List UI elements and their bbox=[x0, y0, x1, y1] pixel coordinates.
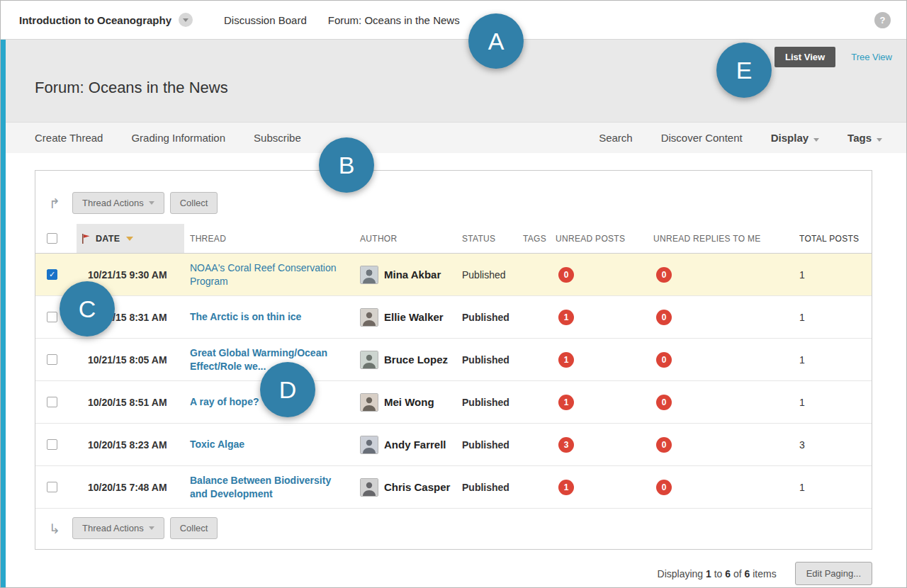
list-view-button[interactable]: List View bbox=[774, 47, 835, 67]
apply-to-selected-arrow-icon: ↳ bbox=[45, 521, 64, 536]
collect-button[interactable]: Collect bbox=[170, 517, 218, 539]
thread-actions-label: Thread Actions bbox=[82, 523, 144, 533]
thread-row: 10/21/15 9:30 AM NOAA's Coral Reef Conse… bbox=[35, 254, 872, 296]
tags-dropdown[interactable]: Tags bbox=[847, 132, 882, 144]
thread-status: Published bbox=[462, 354, 509, 366]
author-avatar bbox=[360, 308, 378, 327]
displaying-word: Displaying bbox=[658, 568, 704, 579]
display-dropdown-label: Display bbox=[771, 132, 809, 144]
collect-button[interactable]: Collect bbox=[170, 192, 218, 214]
action-bar-right: Search Discover Content Display Tags bbox=[599, 132, 882, 144]
thread-actions-button[interactable]: Thread Actions bbox=[72, 192, 164, 214]
range-start: 1 bbox=[706, 568, 711, 579]
thread-date: 10/21/15 8:05 AM bbox=[77, 354, 184, 366]
thread-row: 10/21/15 8:05 AM Great Global Warming/Oc… bbox=[35, 339, 872, 381]
column-header-unread-posts[interactable]: UNREAD POSTS bbox=[553, 234, 650, 244]
thread-link[interactable]: A ray of hope? bbox=[190, 395, 259, 409]
column-header-author[interactable]: AUTHOR bbox=[354, 234, 458, 244]
top-navigation-bar: Introduction to Oceanography Discussion … bbox=[1, 1, 906, 40]
course-menu-button[interactable] bbox=[179, 13, 193, 27]
column-header-thread[interactable]: THREAD bbox=[184, 234, 354, 244]
thread-status: Published bbox=[462, 312, 509, 323]
display-dropdown[interactable]: Display bbox=[771, 132, 819, 144]
unread-posts-badge[interactable]: 3 bbox=[558, 437, 574, 453]
unread-posts-badge[interactable]: 0 bbox=[558, 267, 574, 283]
callout-a: A bbox=[468, 13, 524, 69]
unread-posts-badge[interactable]: 1 bbox=[558, 480, 574, 495]
create-thread-button[interactable]: Create Thread bbox=[35, 132, 103, 144]
page-header-band: List View Tree View Forum: Oceans in the… bbox=[1, 40, 906, 122]
column-header-date-label: DATE bbox=[96, 234, 120, 244]
thread-link[interactable]: Great Global Warming/Ocean Effect/Role w… bbox=[190, 346, 343, 373]
unread-replies-badge[interactable]: 0 bbox=[656, 267, 672, 283]
thread-status: Published bbox=[462, 397, 509, 408]
thread-date: 10/20/15 7:48 AM bbox=[77, 482, 184, 493]
edit-paging-button[interactable]: Edit Paging... bbox=[795, 562, 872, 585]
subscribe-button[interactable]: Subscribe bbox=[254, 132, 301, 144]
search-button[interactable]: Search bbox=[599, 132, 633, 144]
breadcrumb: Discussion Board Forum: Oceans in the Ne… bbox=[224, 14, 460, 26]
chevron-down-icon bbox=[149, 526, 154, 530]
unread-replies-badge[interactable]: 0 bbox=[656, 395, 672, 410]
thread-list-panel: ↱ Thread Actions Collect DATE THREAD AUT… bbox=[35, 170, 872, 550]
unread-posts-badge[interactable]: 1 bbox=[558, 395, 574, 410]
total-posts: 1 bbox=[795, 312, 863, 323]
chevron-down-icon bbox=[813, 138, 819, 142]
thread-actions-button[interactable]: Thread Actions bbox=[72, 517, 164, 539]
row-checkbox[interactable] bbox=[47, 354, 57, 365]
paging-footer: Displaying 1 to 6 of 6 items Edit Paging… bbox=[35, 562, 872, 585]
column-header-date[interactable]: DATE bbox=[77, 224, 184, 253]
thread-link[interactable]: NOAA's Coral Reef Conservation Program bbox=[190, 261, 343, 288]
row-checkbox[interactable] bbox=[47, 397, 57, 407]
items-word: items bbox=[753, 568, 776, 579]
column-header-total-posts[interactable]: TOTAL POSTS bbox=[795, 234, 863, 244]
unread-replies-badge[interactable]: 0 bbox=[656, 437, 672, 453]
unread-replies-badge[interactable]: 0 bbox=[656, 310, 672, 325]
breadcrumb-discussion-board[interactable]: Discussion Board bbox=[224, 14, 307, 26]
author-avatar bbox=[360, 478, 378, 497]
thread-actions-label: Thread Actions bbox=[82, 198, 144, 208]
thread-link[interactable]: Balance Between Biodiversity and Develop… bbox=[190, 474, 343, 501]
select-all-checkbox[interactable] bbox=[47, 233, 57, 244]
column-header-status[interactable]: STATUS bbox=[458, 234, 519, 244]
row-checkbox[interactable] bbox=[47, 312, 57, 322]
thread-date: 10/21/15 9:30 AM bbox=[77, 269, 184, 281]
help-icon[interactable]: ? bbox=[874, 12, 891, 28]
grading-information-button[interactable]: Grading Information bbox=[131, 132, 225, 144]
items-total: 6 bbox=[745, 568, 750, 579]
author-avatar bbox=[360, 436, 378, 454]
total-posts: 1 bbox=[795, 269, 863, 281]
course-title[interactable]: Introduction to Oceanography bbox=[19, 14, 171, 26]
thread-date: 10/20/15 8:23 AM bbox=[77, 439, 184, 451]
thread-status: Published bbox=[462, 439, 509, 451]
author-avatar bbox=[360, 393, 378, 412]
bottom-toolbar: ↳ Thread Actions Collect bbox=[45, 517, 862, 539]
thread-row: 10/20/15 8:51 AM A ray of hope? Mei Wong… bbox=[35, 381, 872, 424]
thread-link[interactable]: Toxic Algae bbox=[190, 438, 244, 451]
chevron-down-icon bbox=[877, 138, 882, 142]
author-name: Ellie Walker bbox=[384, 311, 444, 323]
collect-label: Collect bbox=[180, 523, 208, 533]
discover-content-button[interactable]: Discover Content bbox=[661, 132, 743, 144]
action-bar-left: Create Thread Grading Information Subscr… bbox=[35, 132, 301, 144]
chevron-down-icon bbox=[149, 201, 154, 205]
unread-posts-badge[interactable]: 1 bbox=[558, 310, 574, 325]
table-header-row: DATE THREAD AUTHOR STATUS TAGS UNREAD PO… bbox=[35, 224, 872, 254]
unread-replies-badge[interactable]: 0 bbox=[656, 352, 672, 368]
column-header-unread-replies[interactable]: UNREAD REPLIES TO ME bbox=[650, 234, 795, 244]
row-checkbox[interactable] bbox=[47, 269, 57, 280]
author-name: Andy Farrell bbox=[384, 439, 446, 451]
column-header-tags[interactable]: TAGS bbox=[519, 234, 553, 244]
callout-b: B bbox=[319, 137, 374, 193]
tags-dropdown-label: Tags bbox=[847, 132, 872, 144]
displaying-items-text: Displaying 1 to 6 of 6 items bbox=[658, 568, 777, 579]
tree-view-link[interactable]: Tree View bbox=[851, 52, 892, 62]
thread-link[interactable]: The Arctic is on thin ice bbox=[190, 310, 301, 324]
author-name: Bruce Lopez bbox=[384, 354, 448, 366]
unread-replies-badge[interactable]: 0 bbox=[656, 480, 672, 495]
chevron-down-icon bbox=[183, 18, 188, 22]
row-checkbox[interactable] bbox=[47, 439, 57, 450]
unread-posts-badge[interactable]: 1 bbox=[558, 352, 574, 368]
row-checkbox[interactable] bbox=[47, 482, 57, 492]
total-posts: 3 bbox=[795, 439, 863, 451]
